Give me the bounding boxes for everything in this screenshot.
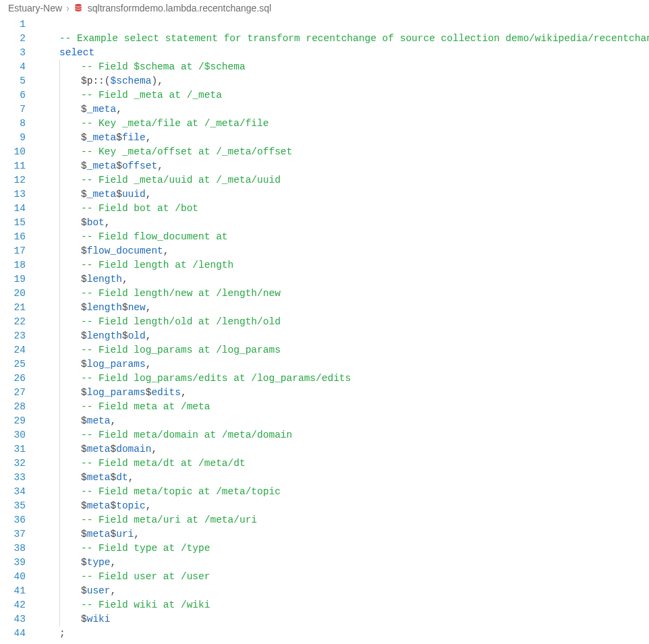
line-number: 10: [0, 145, 26, 159]
code-line[interactable]: $bot,: [38, 216, 649, 230]
code-line[interactable]: $meta$uri,: [38, 527, 649, 541]
indent-guide: [59, 329, 60, 343]
code-text: ,: [146, 357, 152, 372]
code-line[interactable]: -- Field meta at /meta: [38, 400, 649, 414]
code-comment: -- Field wiki at /wiki: [81, 598, 210, 612]
indent-guide: [59, 103, 60, 117]
code-line[interactable]: -- Field flow_document at: [38, 230, 649, 244]
code-line[interactable]: -- Field $schema at /$schema: [38, 60, 649, 74]
code-text: ,: [151, 442, 157, 457]
code-line[interactable]: -- Field _meta/uuid at /_meta/uuid: [38, 173, 649, 187]
code-line[interactable]: $_meta,: [38, 103, 649, 117]
code-text: $: [81, 414, 87, 428]
code-line[interactable]: $p::($schema),: [38, 74, 649, 88]
code-comment: -- Example select statement for transfor…: [59, 32, 649, 46]
code-line[interactable]: $meta$domain,: [38, 442, 649, 457]
code-line[interactable]: $flow_document,: [38, 244, 649, 258]
code-variable: offset: [122, 159, 157, 173]
code-variable: meta: [87, 442, 111, 457]
code-line[interactable]: $log_params$edits,: [38, 386, 649, 400]
line-number: 39: [0, 556, 26, 570]
line-number: 44: [0, 626, 26, 641]
code-variable: length: [87, 301, 122, 315]
indent-guide: [59, 400, 60, 414]
chevron-right-icon: ›: [66, 3, 69, 13]
code-line[interactable]: -- Field log_params/edits at /log_params…: [38, 372, 649, 386]
code-text: $: [116, 187, 122, 202]
code-line[interactable]: -- Field wiki at /wiki: [38, 598, 649, 612]
indent-guide: [59, 88, 60, 103]
code-line[interactable]: $wiki: [38, 612, 649, 626]
code-line[interactable]: $meta$topic,: [38, 499, 649, 513]
code-line[interactable]: $user,: [38, 584, 649, 598]
line-number: 43: [0, 612, 26, 626]
indent-guide: [59, 216, 60, 230]
code-line[interactable]: -- Field length/old at /length/old: [38, 315, 649, 329]
code-comment: -- Field length at /length: [81, 258, 233, 272]
code-text: $: [111, 442, 117, 457]
code-line[interactable]: -- Field length at /length: [38, 258, 649, 272]
indent-guide: [59, 202, 60, 216]
code-text: $: [81, 159, 87, 173]
code-line[interactable]: -- Field meta/domain at /meta/domain: [38, 428, 649, 442]
line-number: 35: [0, 499, 26, 513]
code-line[interactable]: -- Key _meta/offset at /_meta/offset: [38, 145, 649, 159]
code-line[interactable]: -- Field user at /user: [38, 570, 649, 584]
code-line[interactable]: $length$new,: [38, 301, 649, 315]
code-line[interactable]: $_meta$uuid,: [38, 187, 649, 202]
code-text: $: [81, 187, 87, 202]
breadcrumb-root[interactable]: Estuary-New: [8, 3, 62, 13]
code-line[interactable]: $meta,: [38, 414, 649, 428]
breadcrumb-file[interactable]: sqltransformdemo.lambda.recentchange.sql: [88, 3, 271, 13]
code-line[interactable]: $_meta$file,: [38, 131, 649, 145]
line-number: 22: [0, 315, 26, 329]
line-number: 28: [0, 400, 26, 414]
line-number: 13: [0, 187, 26, 202]
line-number: 14: [0, 202, 26, 216]
code-text: ,: [146, 301, 152, 315]
code-area[interactable]: -- Example select statement for transfor…: [38, 18, 649, 641]
code-line[interactable]: $length$old,: [38, 329, 649, 343]
code-line[interactable]: -- Field type at /type: [38, 541, 649, 556]
code-text: $: [81, 556, 87, 570]
code-line[interactable]: [38, 18, 649, 32]
indent-guide: [59, 471, 60, 485]
code-line[interactable]: -- Key _meta/file at /_meta/file: [38, 117, 649, 131]
code-editor[interactable]: 1234567891011121314151617181920212223242…: [0, 18, 649, 641]
indent-guide: [59, 541, 60, 556]
code-variable: topic: [116, 499, 146, 513]
code-line[interactable]: -- Example select statement for transfor…: [38, 32, 649, 46]
code-line[interactable]: $meta$dt,: [38, 471, 649, 485]
line-number: 7: [0, 103, 26, 117]
code-line[interactable]: $length,: [38, 272, 649, 287]
code-line[interactable]: ;: [38, 626, 649, 641]
code-line[interactable]: $_meta$offset,: [38, 159, 649, 173]
code-line[interactable]: -- Field meta/dt at /meta/dt: [38, 457, 649, 471]
code-variable: uuid: [122, 187, 146, 202]
line-number: 41: [0, 584, 26, 598]
code-text: $: [81, 499, 87, 513]
code-line[interactable]: -- Field meta/topic at /meta/topic: [38, 485, 649, 499]
code-line[interactable]: $type,: [38, 556, 649, 570]
code-line[interactable]: -- Field bot at /bot: [38, 202, 649, 216]
code-line[interactable]: select: [38, 46, 649, 60]
code-line[interactable]: -- Field _meta at /_meta: [38, 88, 649, 103]
code-text: $p::(: [81, 74, 111, 88]
code-line[interactable]: -- Field log_params at /log_params: [38, 343, 649, 357]
code-line[interactable]: -- Field meta/uri at /meta/uri: [38, 513, 649, 527]
code-line[interactable]: $log_params,: [38, 357, 649, 372]
code-text: $: [116, 131, 122, 145]
indent-guide: [59, 527, 60, 541]
indent-guide: [59, 386, 60, 400]
code-text: ,: [146, 329, 152, 343]
code-line[interactable]: -- Field length/new at /length/new: [38, 287, 649, 301]
breadcrumb: Estuary-New › sqltransformdemo.lambda.re…: [0, 0, 649, 18]
line-number: 19: [0, 272, 26, 287]
code-comment: -- Field length/old at /length/old: [81, 315, 281, 329]
code-text: $: [81, 386, 87, 400]
indent-guide: [59, 244, 60, 258]
indent-guide: [59, 357, 60, 372]
code-text: $: [146, 386, 152, 400]
code-variable: file: [122, 131, 146, 145]
svg-point-0: [76, 4, 82, 7]
